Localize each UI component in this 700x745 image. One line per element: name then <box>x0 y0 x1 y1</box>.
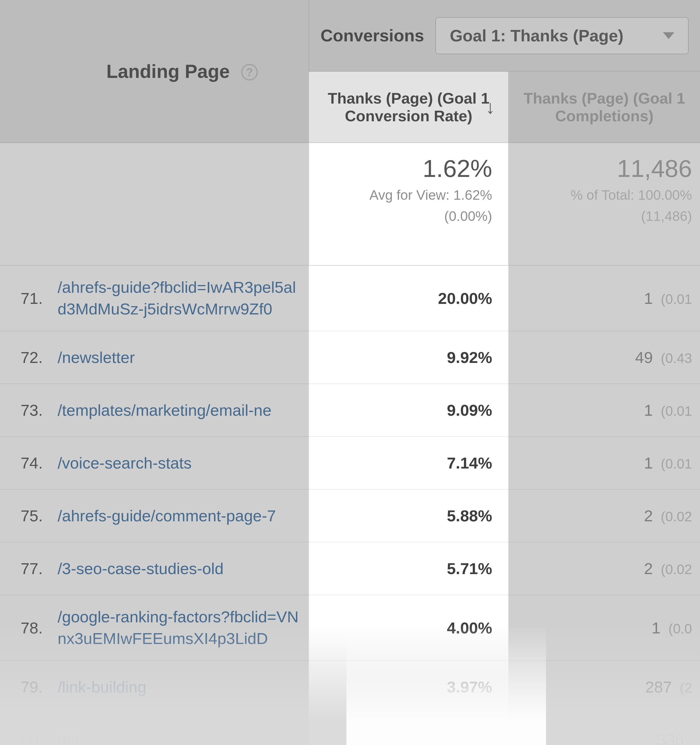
row-index: 75. <box>0 489 54 542</box>
table-row[interactable]: 73./templates/marketing/email-ne9.09%1(0… <box>0 384 700 437</box>
summary-rate-sub2: (0.00%) <box>321 208 492 225</box>
conversion-rate-label: Thanks (Page) (Goal 1 Conversion Rate) <box>328 90 489 124</box>
completions-value: 287(2 <box>508 661 700 713</box>
table-row[interactable]: 72./newsletter9.92%49(0.43 <box>0 331 700 384</box>
summary-rate-value: 1.62% <box>321 154 492 183</box>
landing-page-link[interactable]: /link-building <box>54 661 309 713</box>
completions-number: 49 <box>635 348 653 367</box>
completions-percent: (0.0 <box>668 621 692 636</box>
row-index: 77. <box>0 542 54 595</box>
row-index: 72. <box>0 331 54 384</box>
table-row[interactable]: 75./ahrefs-guide/comment-page-75.88%2(0.… <box>0 489 700 542</box>
landing-page-link[interactable]: /google-ranking-factors?fbclid=VNnx3uEMI… <box>54 595 309 661</box>
conversion-rate-value: 5.71% <box>309 542 508 595</box>
completions-value: 2(0.02 <box>508 542 700 595</box>
landing-page-link[interactable]: /ahrefs-guide/comment-page-7 <box>54 489 309 542</box>
landing-page-label: Landing Page <box>106 61 230 82</box>
goal-select-value: Goal 1: Thanks (Page) <box>450 26 623 45</box>
completions-percent: (0.01 <box>661 404 692 419</box>
goal-select[interactable]: Goal 1: Thanks (Page) <box>436 17 689 54</box>
table-row[interactable]: 79./link-building3.97%287(2 <box>0 661 700 713</box>
row-index: 74. <box>0 437 54 489</box>
summary-conversion-rate: 1.62% Avg for View: 1.62% (0.00%) <box>309 143 508 265</box>
landing-page-link[interactable]: /3-seo-case-studies-old <box>54 542 309 595</box>
table-row[interactable]: 77./3-seo-case-studies-old5.71%2(0.02 <box>0 542 700 595</box>
table-row[interactable]: 74./voice-search-stats7.14%1(0.01 <box>0 437 700 489</box>
completions-percent: (0.01 <box>661 456 692 471</box>
conversion-rate-value: 4.00% <box>309 595 508 661</box>
completions-number: 1 <box>644 454 653 472</box>
summary-completions: 11,486 % of Total: 100.00% (11,486) <box>508 143 700 265</box>
completions-number: 336 <box>658 730 684 745</box>
column-header-completions[interactable]: Thanks (Page) (Goal 1 Completions) <box>508 71 700 143</box>
row-index: 71. <box>0 265 54 331</box>
row-index: 79. <box>0 661 54 713</box>
table-row[interactable]: 80./blog3.88%336 <box>0 713 700 745</box>
landing-page-link[interactable]: /newsletter <box>54 331 309 384</box>
completions-number: 2 <box>644 506 653 525</box>
row-index: 73. <box>0 384 54 437</box>
completions-value: 1(0.01 <box>508 437 700 489</box>
summary-rate-sub1: Avg for View: 1.62% <box>321 187 492 204</box>
column-header-landing-page[interactable]: Landing Page ? <box>0 0 309 143</box>
conversion-rate-value: 20.00% <box>309 265 508 331</box>
summary-compl-sub1: % of Total: 100.00% <box>514 187 692 204</box>
completions-value: 336 <box>508 713 700 745</box>
landing-pages-table: Landing Page ? Conversions Goal 1: Thank… <box>0 0 700 745</box>
sort-descending-icon: ↓ <box>485 96 495 118</box>
completions-percent: (0.02 <box>661 509 692 524</box>
table-row[interactable]: 78./google-ranking-factors?fbclid=VNnx3u… <box>0 595 700 661</box>
row-index: 80. <box>0 713 54 745</box>
completions-value: 1(0.0 <box>508 595 700 661</box>
chevron-down-icon <box>663 32 674 39</box>
landing-page-link[interactable]: /voice-search-stats <box>54 437 309 489</box>
completions-number: 2 <box>644 559 653 578</box>
conversion-rate-value: 3.88% <box>309 713 508 745</box>
summary-compl-sub2: (11,486) <box>514 208 692 225</box>
completions-percent: (0.43 <box>661 351 692 366</box>
completions-value: 1(0.01 <box>508 384 700 437</box>
conversion-rate-value: 9.92% <box>309 331 508 384</box>
completions-value: 49(0.43 <box>508 331 700 384</box>
completions-number: 1 <box>644 289 653 308</box>
completions-label: Thanks (Page) (Goal 1 Completions) <box>524 90 685 124</box>
table-row[interactable]: 71./ahrefs-guide?fbclid=IwAR3pel5ald3MdM… <box>0 265 700 331</box>
summary-blank <box>0 143 309 265</box>
landing-page-link[interactable]: /blog <box>54 713 309 745</box>
completions-number: 287 <box>645 678 672 696</box>
completions-value: 1(0.01 <box>508 265 700 331</box>
conversions-label: Conversions <box>321 26 424 45</box>
landing-page-link[interactable]: /ahrefs-guide?fbclid=IwAR3pel5ald3MdMuSz… <box>54 265 309 331</box>
completions-percent: (0.01 <box>661 292 692 307</box>
completions-number: 1 <box>644 401 653 419</box>
conversion-rate-value: 7.14% <box>309 437 508 489</box>
completions-percent: (0.02 <box>661 562 692 577</box>
completions-number: 1 <box>652 619 660 637</box>
completions-percent: (2 <box>680 680 692 696</box>
help-icon[interactable]: ? <box>241 64 258 81</box>
completions-value: 2(0.02 <box>508 489 700 542</box>
row-index: 78. <box>0 595 54 661</box>
summary-compl-value: 11,486 <box>514 154 692 183</box>
conversions-header-cell: Conversions Goal 1: Thanks (Page) <box>309 0 700 71</box>
conversion-rate-value: 9.09% <box>309 384 508 437</box>
landing-page-link[interactable]: /templates/marketing/email-ne <box>54 384 309 437</box>
conversion-rate-value: 5.88% <box>309 489 508 542</box>
column-header-conversion-rate[interactable]: Thanks (Page) (Goal 1 Conversion Rate) ↓ <box>309 71 508 143</box>
conversion-rate-value: 3.97% <box>309 661 508 713</box>
summary-row: 1.62% Avg for View: 1.62% (0.00%) 11,486… <box>0 143 700 265</box>
